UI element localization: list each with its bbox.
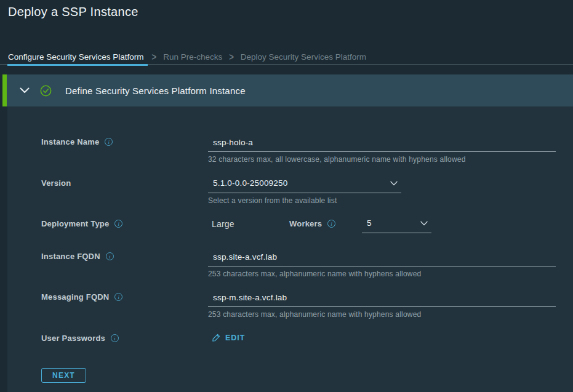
version-helper: Select a version from the available list [208,196,337,205]
deployment-type-value: Large [212,219,234,229]
info-icon[interactable]: i [327,220,335,228]
instance-fqdn-label: Instance FQDN i [41,252,114,261]
form-panel: Instance Name i 32 characters max, all l… [7,106,573,392]
edit-link-label: EDIT [225,334,245,342]
messaging-fqdn-label: Messaging FQDN i [41,292,122,302]
chevron-down-icon [420,221,428,226]
chevron-right-icon: > [229,51,234,63]
next-button[interactable]: NEXT [41,368,86,383]
instance-fqdn-label-text: Instance FQDN [41,252,100,261]
workers-label: Workers i [289,219,335,228]
version-label: Version [41,178,71,188]
user-passwords-label: User Passwords i [41,334,119,343]
pencil-icon [212,333,221,342]
messaging-fqdn-input[interactable] [208,291,556,306]
deployment-type-label: Deployment Type i [41,219,122,228]
version-label-text: Version [41,178,71,188]
instance-name-helper: 32 characters max, all lowercase, alphan… [208,155,466,164]
instance-fqdn-input[interactable] [208,250,556,266]
section-title: Define Security Services Platform Instan… [65,86,246,96]
chevron-down-icon[interactable] [20,87,30,94]
chevron-right-icon: > [152,51,157,63]
messaging-fqdn-label-text: Messaging FQDN [41,292,109,302]
instance-fqdn-field [208,250,556,266]
version-value: 5.1.0-0.0-25009250 [213,178,287,188]
chevron-down-icon [390,181,398,186]
info-icon[interactable]: i [114,293,122,301]
instance-name-field [208,136,556,152]
wizard-step-prechecks[interactable]: Run Pre-checks [163,52,222,62]
workers-select[interactable]: 5 [362,217,431,233]
wizard-step-configure[interactable]: Configure Security Services Platform [8,49,145,65]
section-header[interactable]: Define Security Services Platform Instan… [7,74,573,106]
workers-value: 5 [367,218,372,228]
page-title: Deploy a SSP Instance [8,5,138,19]
info-icon[interactable]: i [105,138,113,146]
wizard-steps: Configure Security Services Platform > R… [0,49,573,65]
wizard-step-deploy[interactable]: Deploy Security Services Platform [241,52,366,62]
instance-fqdn-helper: 253 characters max, alphanumeric name wi… [208,270,421,278]
messaging-fqdn-field [208,291,556,307]
messaging-fqdn-helper: 253 characters max, alphanumeric name wi… [208,310,421,319]
deployment-type-label-text: Deployment Type [41,219,109,228]
success-check-icon [40,85,52,97]
info-icon[interactable]: i [114,220,122,228]
user-passwords-label-text: User Passwords [41,334,105,343]
section-accent-bar [2,74,7,106]
version-select[interactable]: 5.1.0-0.0-25009250 [208,177,401,193]
workers-label-text: Workers [289,219,322,228]
edit-passwords-link[interactable]: EDIT [212,333,245,342]
instance-name-label-text: Instance Name [41,137,99,146]
instance-name-input[interactable] [208,136,556,151]
info-icon[interactable]: i [106,252,114,260]
info-icon[interactable]: i [111,334,119,342]
instance-name-label: Instance Name i [41,137,113,146]
